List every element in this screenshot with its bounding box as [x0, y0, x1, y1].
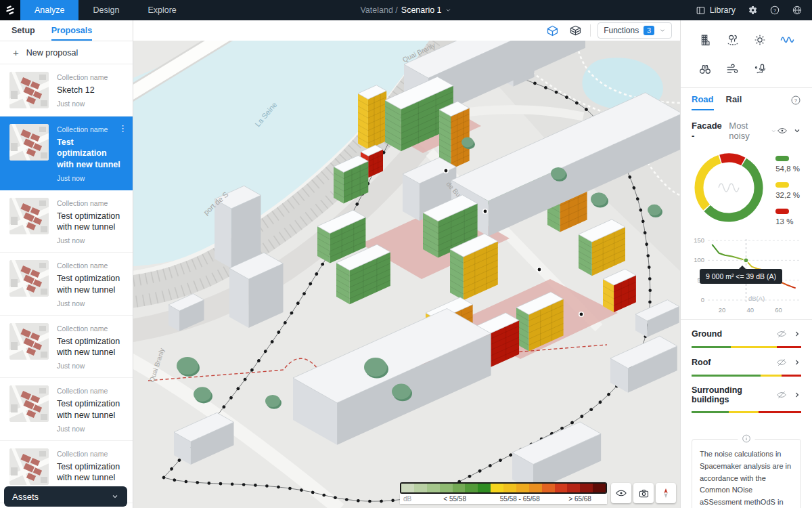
proposal-title: Test optimization with new tunnel	[57, 336, 125, 358]
help-icon: ?	[769, 5, 780, 16]
panel-help-button[interactable]: ?	[790, 95, 801, 106]
screenshot-button[interactable]	[633, 483, 654, 503]
compass-button[interactable]	[656, 483, 676, 503]
collapse-chevron-icon[interactable]	[793, 127, 801, 135]
tab-setup[interactable]: Setup	[12, 20, 35, 41]
legend-color-step	[567, 484, 580, 492]
chevron-down-icon	[111, 492, 119, 501]
chart-x-axis-label: dB(A)	[748, 295, 765, 302]
proposal-time: Just now	[57, 362, 125, 370]
proposal-card[interactable]: Collection name Test optimization with n…	[0, 253, 133, 316]
map-canvas[interactable]: La Seineport de SQuai BranlyQuai Branlyd…	[133, 41, 680, 508]
proposal-title: Test optimization with new tunnel	[57, 461, 125, 484]
visibility-button[interactable]	[611, 483, 631, 503]
chevron-right-icon[interactable]	[793, 358, 801, 366]
view-3d-button[interactable]	[544, 22, 560, 39]
proposal-title: Test optimization with new tunnel	[57, 273, 125, 295]
views-tool-button[interactable]	[696, 60, 714, 78]
map-3d-viewport[interactable]: La Seineport de SQuai BranlyQuai Branlyd…	[133, 41, 680, 508]
legend-color-step	[491, 484, 503, 492]
legend-unit: dB	[400, 495, 423, 503]
facade-mode-dropdown[interactable]: Most noisy	[729, 121, 777, 141]
noise-source-tabs: Road Rail ?	[692, 88, 801, 110]
library-button[interactable]: Library	[696, 5, 736, 16]
proposal-thumbnail	[9, 448, 49, 485]
help-button[interactable]: ?	[769, 5, 780, 16]
toolbar-divider	[590, 24, 591, 37]
section-label: Surrounding buildings	[692, 385, 776, 404]
proposal-card[interactable]: Collection name Test optimization with n…	[0, 190, 133, 253]
plus-icon: +	[13, 47, 19, 58]
breadcrumb-parent: Vateland /	[360, 5, 397, 15]
chevron-down-icon	[659, 27, 666, 34]
visibility-off-icon[interactable]	[776, 329, 787, 339]
proposals-sidebar: Setup Proposals + New proposal Collectio…	[0, 20, 133, 508]
wind-icon	[725, 62, 740, 77]
facade-title: Facade -	[692, 121, 725, 141]
kebab-menu-icon[interactable]: ⋮	[118, 123, 127, 133]
park-tool-button[interactable]	[724, 31, 742, 49]
section-row[interactable]: Roof	[692, 348, 801, 375]
tab-road[interactable]: Road	[692, 94, 714, 110]
svg-text:20: 20	[719, 306, 726, 314]
noise-tool-button[interactable]	[779, 31, 796, 49]
nav-tab-analyze[interactable]: Analyze	[20, 0, 78, 20]
visibility-off-icon[interactable]	[776, 357, 787, 368]
nav-tab-explore[interactable]: Explore	[133, 0, 190, 20]
chevron-right-icon[interactable]	[793, 391, 801, 399]
legend-swatch	[775, 156, 789, 161]
top-bar: AnalyzeDesignExplore Vateland / Scenario…	[0, 0, 812, 20]
language-button[interactable]	[792, 5, 803, 16]
svg-text:100: 100	[694, 256, 704, 263]
map-toolbar: Functions 3	[133, 20, 680, 41]
microphone-tool-button[interactable]	[751, 60, 769, 78]
view-layers-button[interactable]	[567, 22, 583, 39]
buildings-tool-button[interactable]	[696, 31, 714, 49]
globe-icon	[792, 5, 803, 16]
sun-tool-button[interactable]	[751, 31, 769, 49]
section-row[interactable]: Ground	[692, 320, 801, 346]
section-label: Roof	[692, 358, 710, 367]
section-row[interactable]: Surrounding buildings	[692, 377, 801, 411]
proposal-card[interactable]: Collection name Test optimization with n…	[0, 378, 133, 441]
chevron-right-icon[interactable]	[793, 330, 801, 338]
proposal-time: Just now	[57, 174, 125, 182]
svg-text:150: 150	[694, 236, 704, 244]
cube-icon	[545, 24, 560, 38]
breadcrumb[interactable]: Vateland / Scenario 1	[360, 0, 451, 20]
proposal-collection: Collection name	[57, 324, 125, 333]
assets-label: Assets	[12, 492, 39, 502]
wind-tool-button[interactable]	[724, 60, 742, 78]
sun-icon	[752, 33, 767, 47]
proposal-card[interactable]: Collection name Test optimization with n…	[0, 316, 133, 379]
spacemaker-logo-icon	[5, 5, 16, 16]
visibility-on-icon[interactable]	[777, 125, 788, 136]
legend-color-step	[580, 484, 593, 492]
assets-bar[interactable]: Assets	[4, 486, 127, 507]
donut-legend-item: 13 %	[775, 209, 800, 226]
proposal-collection: Collection name	[57, 387, 125, 395]
eye-icon	[615, 487, 627, 499]
settings-button[interactable]	[747, 5, 758, 16]
legend-color-step	[478, 484, 491, 492]
legend-color-step	[427, 484, 440, 492]
nav-tab-design[interactable]: Design	[78, 0, 133, 20]
spacemaker-logo[interactable]	[0, 0, 20, 20]
proposal-card[interactable]: Collection name Sketch 12 Just now ⋮	[0, 64, 133, 117]
proposal-collection: Collection name	[57, 73, 108, 81]
buildings-icon	[698, 33, 713, 47]
tab-rail[interactable]: Rail	[726, 94, 742, 110]
proposal-thumbnail	[9, 260, 49, 297]
visibility-off-icon[interactable]	[776, 389, 787, 400]
analysis-tools	[692, 28, 801, 87]
camera-icon	[638, 488, 650, 499]
tab-proposals[interactable]: Proposals	[51, 20, 92, 41]
legend-color-step	[555, 484, 568, 492]
library-label: Library	[710, 5, 736, 15]
new-proposal-button[interactable]: + New proposal	[0, 41, 133, 64]
functions-dropdown[interactable]: Functions 3	[597, 22, 672, 39]
proposal-thumbnail	[9, 323, 49, 360]
breadcrumb-current: Scenario 1	[401, 5, 442, 15]
surface-sections: Ground Roof Surrounding buildings	[692, 320, 801, 413]
proposal-card[interactable]: Collection name Test optimization with n…	[0, 117, 133, 190]
